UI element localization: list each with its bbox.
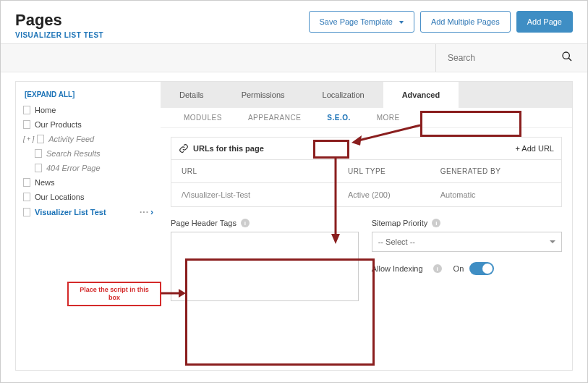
- search-icon[interactable]: [561, 51, 573, 65]
- urls-block: URLs for this page + Add URL URL URL TYP…: [171, 137, 562, 207]
- page-header-tags-textarea[interactable]: [171, 232, 359, 301]
- sidebar-item-label: Our Locations: [35, 193, 84, 201]
- sidebar-item-label: Search Results: [46, 149, 101, 158]
- col-url: URL: [182, 167, 348, 175]
- sidebar-item[interactable]: Visualizer List Test··· ›: [22, 204, 155, 220]
- page-icon: [23, 208, 30, 216]
- urls-section-title: URLs for this page: [193, 144, 264, 153]
- urls-table-head: URL URL TYPE GENERATED BY: [171, 160, 561, 183]
- search-wrap: [435, 44, 573, 72]
- sitemap-priority-select[interactable]: -- Select --: [372, 232, 562, 252]
- tab-permissions[interactable]: Permissions: [223, 82, 304, 108]
- cell-url: /Visualizer-List-Test: [182, 190, 348, 199]
- info-icon[interactable]: i: [433, 264, 442, 273]
- page-icon: [23, 178, 30, 187]
- subtab-more[interactable]: MORE: [364, 114, 413, 127]
- sidebar-item-label: News: [35, 178, 55, 187]
- allow-indexing-row: Allow Indexing i On: [372, 262, 562, 275]
- tab-details[interactable]: Details: [161, 82, 223, 108]
- subtab-appearance[interactable]: APPEARANCE: [235, 114, 314, 127]
- cell-generated: Automatic: [440, 190, 551, 199]
- lower-form: Page Header Tags i Sitemap Priority i --…: [171, 219, 562, 304]
- header-actions: Save Page Template Add Multiple Pages Ad…: [309, 11, 573, 33]
- svg-point-0: [563, 52, 569, 59]
- table-row: /Visualizer-List-Test Active (200) Autom…: [171, 183, 561, 206]
- sidebar-item-label: Visualizer List Test: [35, 208, 106, 216]
- expand-all-link[interactable]: [EXPAND ALL]: [22, 91, 155, 98]
- allow-indexing-label: Allow Indexing: [372, 264, 423, 273]
- add-url-button[interactable]: + Add URL: [515, 144, 554, 153]
- page-subtitle: VISUALIZER LIST TEST: [15, 31, 103, 39]
- page-icon: [35, 164, 42, 172]
- page-icon: [35, 149, 42, 158]
- svg-line-1: [568, 58, 571, 61]
- page-icon: [37, 135, 44, 143]
- add-page-label: Add Page: [527, 17, 562, 26]
- sidebar-item-label: Activity Feed: [48, 135, 94, 143]
- main-panel: DetailsPermissionsLocalizationAdvanced M…: [161, 82, 572, 370]
- page-header-tags-label: Page Header Tags i: [171, 219, 359, 227]
- sidebar-item-label: Home: [35, 106, 56, 114]
- primary-tabs: DetailsPermissionsLocalizationAdvanced: [161, 82, 572, 108]
- col-generated: GENERATED BY: [440, 167, 551, 175]
- sitemap-selected: -- Select --: [378, 237, 415, 246]
- col-type: URL TYPE: [348, 167, 440, 175]
- seo-panel: URLs for this page + Add URL URL URL TYP…: [161, 128, 572, 313]
- content-card: [EXPAND ALL] HomeOur ProductsActivity Fe…: [15, 81, 573, 371]
- more-icon[interactable]: ···: [138, 207, 150, 217]
- header: Pages VISUALIZER LIST TEST Save Page Tem…: [1, 1, 587, 43]
- subtab-modules[interactable]: MODULES: [171, 114, 235, 127]
- urls-head: URLs for this page + Add URL: [171, 138, 561, 160]
- subtab-seo[interactable]: S.E.O.: [314, 114, 363, 127]
- page-icon: [23, 106, 30, 114]
- sidebar-item-label: Our Products: [35, 120, 82, 129]
- tab-advanced[interactable]: Advanced: [383, 82, 459, 108]
- page-title: Pages: [15, 11, 103, 30]
- searchbar: [1, 43, 587, 72]
- right-pane: Sitemap Priority i -- Select -- Allow In…: [372, 219, 562, 304]
- page-header-tags-field: Page Header Tags i: [171, 219, 359, 304]
- sidebar-item-label: 404 Error Page: [46, 164, 101, 172]
- sidebar-item[interactable]: 404 Error Page: [22, 161, 155, 175]
- info-icon[interactable]: i: [432, 219, 440, 227]
- chevron-right-icon: ›: [150, 207, 153, 217]
- add-multiple-pages-button[interactable]: Add Multiple Pages: [420, 11, 511, 33]
- cell-type: Active (200): [348, 190, 440, 199]
- allow-indexing-toggle[interactable]: [469, 262, 494, 275]
- info-icon[interactable]: i: [241, 219, 250, 227]
- allow-indexing-state: On: [453, 264, 464, 273]
- sidebar-item[interactable]: News: [22, 175, 155, 190]
- sidebar-item[interactable]: Activity Feed: [22, 132, 155, 146]
- tab-localization[interactable]: Localization: [304, 82, 383, 108]
- sidebar-item[interactable]: Search Results: [22, 146, 155, 161]
- page-icon: [23, 193, 30, 201]
- save-page-template-label: Save Page Template: [320, 17, 393, 26]
- page-icon: [23, 120, 30, 129]
- sidebar-item[interactable]: Our Locations: [22, 190, 155, 204]
- save-page-template-button[interactable]: Save Page Template: [309, 11, 414, 33]
- sidebar-item[interactable]: Our Products: [22, 117, 155, 132]
- add-multiple-pages-label: Add Multiple Pages: [431, 17, 500, 26]
- add-page-button[interactable]: Add Page: [516, 11, 573, 33]
- search-input[interactable]: [448, 53, 549, 63]
- secondary-tabs: MODULESAPPEARANCES.E.O.MORE: [161, 108, 572, 128]
- link-icon: [179, 143, 189, 153]
- header-left: Pages VISUALIZER LIST TEST: [15, 11, 103, 39]
- caret-down-icon: [399, 21, 404, 24]
- caret-down-icon: [550, 240, 555, 243]
- page-tree: HomeOur ProductsActivity FeedSearch Resu…: [22, 103, 155, 220]
- sitemap-priority-label: Sitemap Priority i: [372, 219, 562, 227]
- sidebar-item[interactable]: Home: [22, 103, 155, 117]
- sidebar: [EXPAND ALL] HomeOur ProductsActivity Fe…: [16, 82, 161, 370]
